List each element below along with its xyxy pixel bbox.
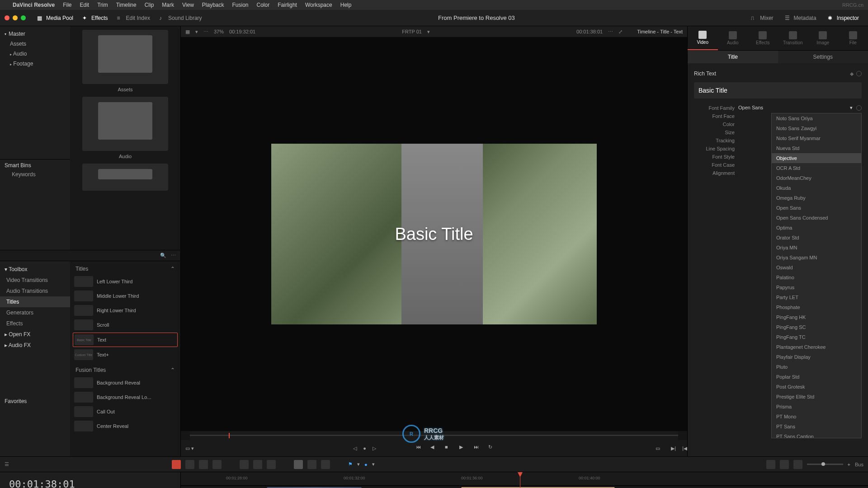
timeline-view-icon[interactable]: ☰ <box>5 461 9 467</box>
menu-edit[interactable]: Edit <box>80 2 90 8</box>
prev-edit-icon[interactable]: |◀ <box>682 446 687 451</box>
favorites-group[interactable]: Favorites <box>0 396 70 407</box>
next-edit-icon[interactable]: ▶| <box>671 446 676 451</box>
title-item[interactable]: Right Lower Third <box>73 304 178 317</box>
inspector-tab-image[interactable]: Image <box>808 26 838 50</box>
font-option[interactable]: Prestige Elite Std <box>772 392 861 402</box>
audiofx-group[interactable]: ▸ Audio FX <box>0 340 70 351</box>
app-name[interactable]: DaVinci Resolve <box>13 2 55 8</box>
close-window-button[interactable] <box>5 15 9 20</box>
font-option[interactable]: PT Mono <box>772 412 861 422</box>
search-icon[interactable]: 🔍 <box>160 253 166 258</box>
zoom-level[interactable]: 37% <box>214 29 224 34</box>
inspector-toggle[interactable]: ✱Inspector <box>823 13 863 23</box>
keywords-bin[interactable]: Keywords <box>5 171 66 178</box>
menu-fusion[interactable]: Fusion <box>232 2 249 8</box>
font-option[interactable]: PingFang TC <box>772 332 861 342</box>
bin-content[interactable]: Assets Audio <box>70 26 180 250</box>
menu-clip[interactable]: Clip <box>145 2 154 8</box>
transform-icon[interactable]: ▭ ▾ <box>185 446 194 451</box>
fx-titles[interactable]: Titles <box>0 296 70 307</box>
maximize-window-button[interactable] <box>21 15 26 20</box>
current-tc[interactable]: 00:01:38:01 <box>576 29 603 34</box>
openfx-group[interactable]: ▸ Open FX <box>0 329 70 340</box>
clip-name[interactable]: FRTP 01 <box>402 29 422 34</box>
link-tool[interactable] <box>294 460 303 469</box>
timeline-ruler[interactable]: 00:01:28:00 00:01:32:00 00:01:36:00 00:0… <box>181 472 868 486</box>
keyframe-icon[interactable]: ◆ <box>850 71 854 77</box>
menu-playback[interactable]: Playback <box>202 2 224 8</box>
inspector-tab-audio[interactable]: Audio <box>718 26 748 50</box>
view-menu-icon[interactable]: ⋯ <box>608 29 613 35</box>
subtab-title[interactable]: Title <box>688 51 778 63</box>
reset-icon[interactable] <box>856 71 862 76</box>
font-option[interactable]: Noto Sans Oriya <box>772 113 861 123</box>
dropdown-icon[interactable]: ▾ <box>427 29 430 35</box>
fusion-title-item[interactable]: Center Reveal <box>73 419 178 433</box>
bin-footage[interactable]: ▸ Footage <box>0 59 70 69</box>
menu-help[interactable]: Help <box>340 2 352 8</box>
mark-in-icon[interactable]: ◁ <box>353 446 357 451</box>
title-text-input[interactable]: Basic Title <box>694 82 862 99</box>
lock-tool[interactable] <box>321 460 330 469</box>
view-grid-icon[interactable]: ▦ <box>185 29 190 35</box>
selection-tool[interactable] <box>172 460 181 469</box>
prev-clip-button[interactable]: ⏮ <box>416 444 424 452</box>
title-item[interactable]: Middle Lower Third <box>73 289 178 303</box>
font-option[interactable]: OdorMeanChey <box>772 173 861 183</box>
replace-tool[interactable] <box>253 460 262 469</box>
folder-item[interactable] <box>82 164 168 191</box>
font-option[interactable]: Party LET <box>772 292 861 302</box>
view-dropdown[interactable]: ▾ <box>195 29 198 35</box>
title-item[interactable]: Left Lower Third <box>73 275 178 288</box>
fx-audio-transitions[interactable]: Audio Transitions <box>0 286 70 296</box>
zoom-slider[interactable] <box>807 464 843 465</box>
minimize-window-button[interactable] <box>13 15 18 20</box>
bin-audio[interactable]: ▸ Audio <box>0 49 70 59</box>
font-option[interactable]: Playfair Display <box>772 352 861 362</box>
menu-timeline[interactable]: Timeline <box>116 2 137 8</box>
font-option[interactable]: Papyrus <box>772 282 861 292</box>
font-option[interactable]: Plantagenet Cherokee <box>772 342 861 352</box>
match-frame-icon[interactable]: ▭ <box>656 446 660 451</box>
font-option[interactable]: Oswald <box>772 263 861 272</box>
font-option[interactable]: OCR A Std <box>772 163 861 173</box>
viewer-scrubber[interactable] <box>190 431 678 440</box>
title-item[interactable]: Scroll <box>73 318 178 332</box>
font-option[interactable]: Oriya Sangam MN <box>772 253 861 263</box>
font-option[interactable]: Orator Std <box>772 233 861 243</box>
font-option[interactable]: Nueva Std <box>772 143 861 153</box>
reset-icon[interactable] <box>856 105 862 111</box>
font-option[interactable]: Post Grotesk <box>772 382 861 392</box>
title-item[interactable]: Custom TitleText+ <box>73 348 178 361</box>
fx-video-transitions[interactable]: Video Transitions <box>0 275 70 286</box>
menu-workspace[interactable]: Workspace <box>305 2 332 8</box>
next-clip-button[interactable]: ⏭ <box>474 444 482 452</box>
inspector-tab-effects[interactable]: Effects <box>748 26 778 50</box>
fusion-title-item[interactable]: Call Out <box>73 405 178 418</box>
font-option[interactable]: PingFang SC <box>772 322 861 332</box>
timeline-track[interactable]: 📎 GH016538.MP4Text - Basic TitleT <box>181 486 868 488</box>
folder-assets[interactable] <box>82 30 168 84</box>
flag-blue-icon[interactable]: ⚑ <box>348 461 353 467</box>
collapse-icon[interactable]: ⌃ <box>170 266 175 272</box>
menu-file[interactable]: File <box>63 2 71 8</box>
stop-button[interactable]: ■ <box>445 444 453 452</box>
inspector-tab-file[interactable]: File <box>838 26 868 50</box>
fusion-title-item[interactable]: Background Reveal Lo... <box>73 390 178 404</box>
smartbins-header[interactable]: Smart Bins <box>5 162 66 169</box>
font-option[interactable]: Pluto <box>772 362 861 372</box>
effects-toggle[interactable]: ✦Effects <box>78 13 112 23</box>
options-icon[interactable]: ⋯ <box>171 253 176 258</box>
font-option[interactable]: Optima <box>772 223 861 233</box>
title-overlay[interactable]: Basic Title <box>395 225 473 244</box>
menu-trim[interactable]: Trim <box>97 2 108 8</box>
view-options-icon[interactable]: ⋯ <box>203 29 208 35</box>
loop-button[interactable]: ↻ <box>488 444 496 452</box>
mark-out-icon[interactable]: ▷ <box>373 446 376 451</box>
marker-dropdown[interactable]: ▾ <box>372 461 375 467</box>
prop-value[interactable]: Open Sans ▾ <box>738 105 853 111</box>
soundlib-toggle[interactable]: ♪Sound Library <box>155 13 207 23</box>
expand-icon[interactable]: ⤢ <box>618 29 623 35</box>
menu-mark[interactable]: Mark <box>162 2 174 8</box>
